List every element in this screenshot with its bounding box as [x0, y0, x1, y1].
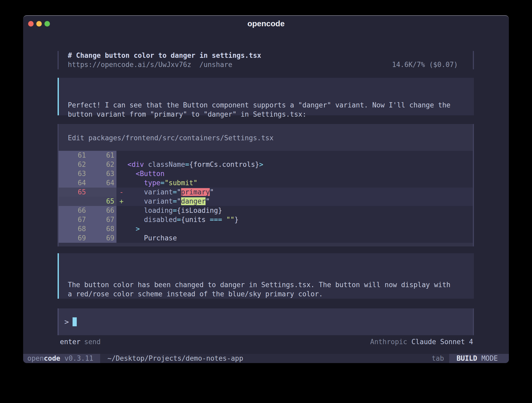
token-usage-stats: 14.6K/7% ($0.07) [392, 60, 458, 69]
message-text: The button color has been changed to dan… [68, 280, 474, 299]
diff-old-lineno: 66 [59, 206, 86, 215]
diff-old-lineno: 65 [59, 188, 86, 197]
diff-tool-block[interactable]: Edit packages/frontend/src/containers/Se… [58, 124, 474, 246]
tab-key-hint: tab [432, 354, 444, 363]
diff-new-lineno: 68 [86, 224, 116, 234]
code-token: = [173, 188, 177, 196]
diff-row: 6767 disabled={units === ""} [59, 215, 473, 224]
diff-code-line: loading={isLoading} [126, 206, 473, 215]
diff-marker: + [116, 197, 126, 206]
diff-code-line: variant="danger" [126, 197, 473, 206]
app-name-suffix: code [44, 354, 60, 362]
diff-row: 6666 loading={isLoading} [59, 206, 473, 215]
provider-name: Anthropic [370, 338, 407, 346]
code-token: Purchase [127, 234, 177, 242]
diff-gutter: 6262 [59, 160, 116, 169]
diff-row: 6262<div className={formCs.controls}> [59, 160, 473, 169]
diff-old-lineno: 64 [59, 178, 86, 188]
model-name: Claude Sonnet 4 [411, 338, 473, 346]
diff-new-lineno: 64 [86, 178, 116, 188]
code-token: = [160, 179, 165, 187]
code-token: danger [181, 197, 206, 205]
unshare-command[interactable]: /unshare [200, 61, 232, 69]
code-token [127, 188, 144, 196]
app-name-prefix: open [27, 354, 44, 362]
diff-new-lineno: 61 [86, 151, 116, 160]
diff-file-header: Edit packages/frontend/src/containers/Se… [68, 133, 473, 143]
diff-marker: - [116, 188, 126, 197]
diff-code-line: variant="primary" [126, 188, 473, 197]
diff-marker [116, 234, 126, 243]
diff-gutter: 65 [59, 197, 116, 206]
code-token [127, 197, 144, 205]
hint-row: entersend AnthropicClaude Sonnet 4 [60, 337, 473, 347]
diff-new-lineno: 65 [86, 197, 116, 206]
code-token: " [177, 197, 181, 205]
code-token: disabled [144, 216, 177, 224]
diff-code-line [126, 151, 473, 160]
diff-old-lineno: 68 [59, 224, 86, 234]
code-token: = [173, 197, 177, 205]
diff-marker [116, 160, 126, 169]
assistant-message: Perfect! I can see that the Button compo… [58, 78, 474, 115]
code-token: variant [144, 188, 173, 196]
code-token: > [136, 225, 140, 233]
working-directory: ~/Desktop/Projects/demo-notes-app [108, 354, 243, 363]
diff-row: 65- variant="primary" [59, 188, 473, 197]
diff-new-lineno [86, 188, 116, 197]
code-token [127, 225, 136, 233]
code-token [127, 170, 136, 178]
code-token: {units [181, 216, 210, 224]
app-version-chip: opencodev0.3.11 [23, 354, 100, 363]
share-url[interactable]: https://opencode.ai/s/UwJxv76z [68, 61, 191, 69]
code-token: primary [181, 188, 210, 196]
code-token: <div [127, 161, 144, 168]
diff-gutter: 6868 [59, 224, 116, 234]
code-token: = [177, 216, 181, 224]
diff-old-lineno: 69 [59, 234, 86, 243]
mode-name: BUILD [457, 354, 477, 362]
code-token: " [210, 188, 214, 196]
code-token: " [177, 188, 181, 196]
code-token: variant [144, 197, 173, 205]
diff-new-lineno: 63 [86, 169, 116, 178]
diff-gutter: 6464 [59, 178, 116, 188]
code-token: loading [144, 206, 173, 214]
diff-code-line: <div className={formCs.controls}> [126, 160, 473, 169]
message-text-line: The button color has been changed to dan… [68, 280, 474, 290]
message-text-line: Perfect! I can see that the Button compo… [68, 101, 474, 110]
prompt-input[interactable]: > [58, 308, 474, 335]
diff-old-lineno: 63 [59, 169, 86, 178]
diff-old-lineno: 62 [59, 160, 86, 169]
window-titlebar: opencode [23, 16, 509, 32]
diff-gutter: 6363 [59, 169, 116, 178]
diff-gutter: 6161 [59, 151, 116, 160]
diff-row: 6969 Purchase [59, 234, 473, 243]
session-url-line: https://opencode.ai/s/UwJxv76z/unshare [68, 60, 232, 69]
mode-chip[interactable]: BUILDMODE [449, 354, 509, 363]
diff-gutter: 6767 [59, 215, 116, 224]
window-title: opencode [23, 19, 509, 28]
code-token: "submit" [165, 179, 197, 187]
diff-row: 6868 > [59, 224, 473, 234]
diff-row: 65+ variant="danger" [59, 197, 473, 206]
diff-row: 6464 type="submit" [59, 178, 473, 188]
code-token: {formCs.controls} [189, 161, 259, 168]
diff-marker [116, 206, 126, 215]
send-action-hint: send [84, 338, 101, 346]
diff-new-lineno: 62 [86, 160, 116, 169]
app-window: opencode # Change button color to danger… [23, 15, 509, 363]
diff-marker [116, 169, 126, 178]
code-token: = [185, 161, 189, 168]
diff-new-lineno: 66 [86, 206, 116, 215]
code-token [222, 216, 226, 224]
diff-code-line: <Button [126, 169, 473, 178]
diff-code-line: type="submit" [126, 178, 473, 188]
code-token: > [259, 161, 263, 168]
diff-old-lineno: 67 [59, 215, 86, 224]
session-header: # Change button color to danger in setti… [58, 51, 474, 69]
diff-old-lineno [59, 197, 86, 206]
mode-label: MODE [481, 354, 498, 362]
diff-code-line: Purchase [126, 234, 473, 243]
code-token: "" [226, 216, 234, 224]
